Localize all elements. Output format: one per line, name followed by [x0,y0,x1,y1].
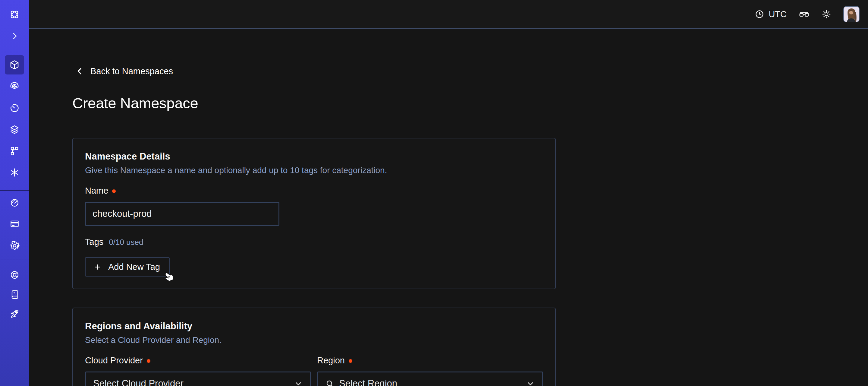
topbar: UTC [29,0,868,29]
search-icon [325,379,334,386]
lifebuoy-icon [10,270,20,280]
chevron-down-icon [526,379,535,386]
name-field-label: Name [85,185,543,196]
cloud-provider-placeholder: Select Cloud Provider [93,378,184,386]
chevron-right-icon [10,31,20,41]
cube-icon [9,59,20,70]
name-label-text: Name [85,185,108,196]
main-content: Back to Namespaces Create Namespace Name… [29,30,868,386]
cloud-provider-label-text: Cloud Provider [85,355,143,365]
back-link-label: Back to Namespaces [90,66,173,76]
required-dot [349,359,352,363]
region-field: Region Select Region [317,355,543,386]
cloud-provider-select[interactable]: Select Cloud Provider [85,372,311,386]
user-avatar[interactable] [843,6,860,22]
namespace-name-input[interactable] [85,202,279,226]
card-title: Namespace Details [85,150,543,162]
timezone-selector[interactable]: UTC [755,9,786,19]
sidebar-item-deployments[interactable] [5,120,24,139]
region-label-text: Region [317,355,345,365]
cloud-provider-label: Cloud Provider [85,355,311,365]
branch-icon [9,146,20,156]
clock-icon [755,9,764,19]
avatar-image [844,7,859,22]
layers-icon [9,124,20,135]
regions-availability-card: Regions and Availability Select a Cloud … [72,307,556,386]
sidebar-divider [0,190,29,191]
sidebar-item-namespaces[interactable] [5,55,24,75]
sidebar-expand-button[interactable] [5,26,24,46]
sidebar-item-workflows[interactable] [5,76,24,96]
plus-icon [93,263,101,271]
cloud-provider-field: Cloud Provider Select Cloud Provider [85,355,311,386]
chevron-left-icon [75,67,84,76]
region-select[interactable]: Select Region [317,372,543,386]
region-placeholder: Select Region [339,378,397,386]
required-dot [147,359,150,363]
gear-icon [10,241,20,250]
sidebar-item-support[interactable] [5,265,24,285]
timezone-label: UTC [769,9,786,19]
tags-label-row: Tags 0/10 used [85,237,543,247]
asterisk-icon [9,167,20,178]
sidebar-divider [0,260,29,260]
back-to-namespaces-link[interactable]: Back to Namespaces [75,66,173,76]
card-title: Regions and Availability [85,320,543,332]
temporal-logo[interactable] [5,5,24,24]
sidebar-item-schedules[interactable] [5,98,24,118]
sidebar-item-usage[interactable] [5,193,24,212]
rocket-icon [10,309,20,319]
gauge-icon [10,198,20,208]
sidebar-item-billing[interactable] [5,214,24,233]
sidebar-item-getting-started[interactable] [5,304,24,323]
sidebar-item-settings[interactable] [5,236,24,255]
tags-label: Tags [85,237,103,247]
sidebar [0,0,29,386]
sun-icon [822,9,831,19]
sidebar-item-nexus[interactable] [5,163,24,182]
tags-usage-counter: 0/10 used [109,238,143,247]
card-subtitle: Give this Namespace a name and optionall… [85,165,543,176]
glasses-icon [799,9,809,20]
provider-region-row: Cloud Provider Select Cloud Provider Reg… [85,355,543,386]
theme-toggle-button[interactable] [822,9,831,19]
sidebar-item-docs[interactable] [5,285,24,304]
card-subtitle: Select a Cloud Provider and Region. [85,335,543,346]
page-title: Create Namespace [72,94,868,113]
region-label: Region [317,355,543,365]
eye-spiral-icon [9,81,20,91]
namespace-details-card: Namespace Details Give this Namespace a … [72,138,556,289]
sidebar-item-batch-operations[interactable] [5,142,24,161]
chevron-down-icon [294,379,303,386]
labs-toggle-button[interactable] [799,9,809,20]
create-namespace-page: { "topbar": { "timezone_label": "UTC", "… [0,0,868,386]
credit-card-icon [10,219,20,229]
add-tag-label: Add New Tag [108,262,160,272]
book-sparkles-icon [10,289,20,299]
timer-icon [9,102,20,113]
add-new-tag-button[interactable]: Add New Tag [85,257,170,276]
temporal-logo-icon [9,9,20,20]
required-dot [112,189,116,193]
